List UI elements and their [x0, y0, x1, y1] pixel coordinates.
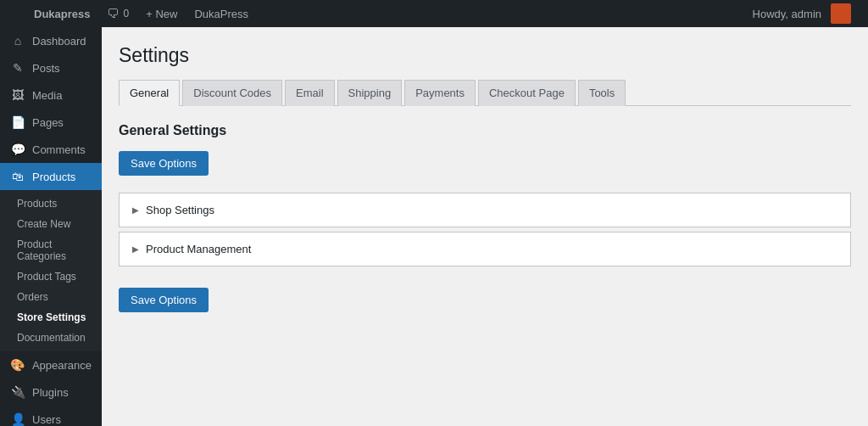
tab-checkout-page[interactable]: Checkout Page [478, 80, 576, 106]
sidebar-item-label: Media [32, 89, 62, 102]
sidebar-item-label: Appearance [32, 359, 92, 372]
sidebar-item-label: Pages [32, 116, 64, 129]
adminbar-plugin[interactable]: DukaPress [186, 0, 257, 27]
section-title: General Settings [119, 123, 851, 138]
sidebar-item-pages[interactable]: 📄 Pages [0, 109, 102, 136]
submenu-item-orders[interactable]: Orders [0, 287, 102, 307]
site-name-label: Dukapress [34, 8, 90, 20]
sidebar-item-label: Dashboard [32, 35, 86, 48]
media-icon: 🖼 [10, 88, 25, 102]
posts-icon: ✎ [10, 61, 25, 75]
submenu-item-documentation[interactable]: Documentation [0, 328, 102, 348]
settings-wrap: Settings General Discount Codes Email Sh… [119, 44, 851, 329]
main-wrapper: ⌂ Dashboard ✎ Posts 🖼 Media 📄 Pages 💬 Co… [0, 0, 868, 426]
sidebar-item-comments[interactable]: 💬 Comments [0, 136, 102, 163]
tab-discount-codes[interactable]: Discount Codes [182, 80, 282, 106]
sidebar-item-label: Products [32, 171, 75, 183]
products-submenu: Products Create New Product Categories P… [0, 190, 102, 351]
admin-sidebar: ⌂ Dashboard ✎ Posts 🖼 Media 📄 Pages 💬 Co… [0, 27, 102, 426]
main-content: Settings General Discount Codes Email Sh… [102, 27, 868, 426]
sidebar-item-label: Posts [32, 62, 60, 75]
new-label: + New [146, 8, 177, 20]
comment-count: 0 [123, 8, 129, 20]
sidebar-item-dashboard[interactable]: ⌂ Dashboard [0, 27, 102, 54]
submenu-item-store-settings[interactable]: Store Settings [0, 307, 102, 328]
save-options-button-top[interactable]: Save Options [119, 151, 209, 176]
tab-navigation: General Discount Codes Email Shipping Pa… [119, 80, 851, 106]
page-title: Settings [119, 44, 851, 67]
accordion-shop-settings: ▶ Shop Settings [119, 193, 851, 227]
wp-logo[interactable]: W [8, 5, 25, 22]
comment-bubble-icon: 🗨 [107, 7, 119, 20]
sidebar-item-label: Users [32, 413, 61, 426]
tab-payments[interactable]: Payments [404, 80, 476, 106]
accordion-shop-settings-header[interactable]: ▶ Shop Settings [120, 193, 850, 227]
accordion-shop-settings-title: Shop Settings [146, 204, 214, 216]
save-options-button-bottom[interactable]: Save Options [119, 288, 209, 312]
comments-icon: 💬 [10, 143, 25, 156]
tab-tools[interactable]: Tools [578, 80, 626, 106]
sidebar-item-posts[interactable]: ✎ Posts [0, 54, 102, 81]
dashboard-icon: ⌂ [10, 34, 25, 48]
products-icon: 🛍 [10, 170, 25, 183]
submenu-item-product-categories[interactable]: Product Categories [0, 234, 102, 266]
adminbar-site[interactable]: Dukapress [25, 0, 98, 27]
accordion-product-management-header[interactable]: ▶ Product Management [120, 233, 850, 266]
sidebar-item-plugins[interactable]: 🔌 Plugins [0, 378, 102, 406]
appearance-icon: 🎨 [10, 358, 25, 372]
plugins-icon: 🔌 [10, 385, 25, 399]
adminbar-howdy[interactable]: Howdy, admin [744, 0, 860, 27]
adminbar-comments[interactable]: 🗨 0 [98, 0, 137, 27]
accordion-product-management-title: Product Management [146, 243, 251, 255]
sidebar-item-users[interactable]: 👤 Users [0, 406, 102, 426]
adminbar-new[interactable]: + New [137, 0, 186, 27]
sidebar-item-appearance[interactable]: 🎨 Appearance [0, 351, 102, 378]
tab-general[interactable]: General [119, 80, 180, 106]
sidebar-item-label: Plugins [32, 386, 69, 399]
pages-icon: 📄 [10, 115, 25, 129]
accordion-product-management: ▶ Product Management [119, 232, 851, 266]
accordion-arrow-icon: ▶ [132, 205, 139, 215]
users-icon: 👤 [10, 412, 25, 426]
plugin-name-label: DukaPress [194, 8, 248, 20]
submenu-item-product-tags[interactable]: Product Tags [0, 266, 102, 287]
tab-email[interactable]: Email [285, 80, 335, 106]
submenu-item-products[interactable]: Products [0, 193, 102, 214]
accordion-arrow-icon: ▶ [132, 244, 139, 254]
sidebar-item-media[interactable]: 🖼 Media [0, 81, 102, 109]
tab-shipping[interactable]: Shipping [337, 80, 403, 106]
admin-bar: W Dukapress 🗨 0 + New DukaPress Howdy, a… [0, 0, 868, 27]
sidebar-item-label: Comments [32, 143, 86, 156]
submenu-item-create-new[interactable]: Create New [0, 214, 102, 234]
howdy-text: Howdy, admin [753, 8, 821, 20]
sidebar-item-products[interactable]: 🛍 Products [0, 163, 102, 190]
admin-avatar [831, 3, 851, 24]
